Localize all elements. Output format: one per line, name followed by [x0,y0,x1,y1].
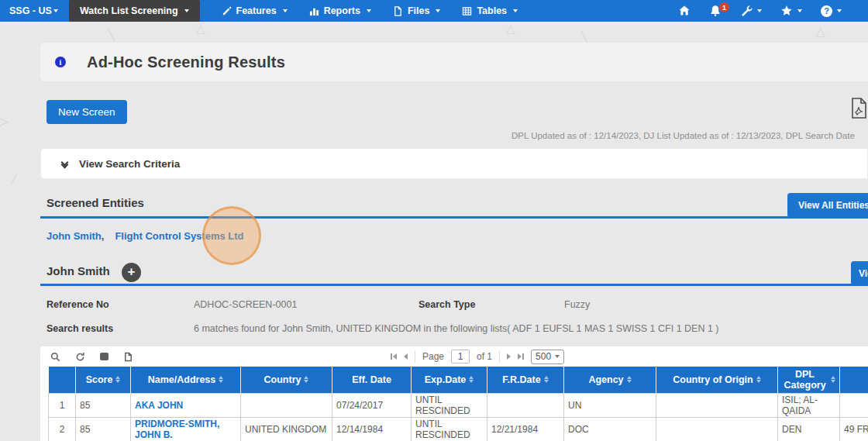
sort-icon [304,376,308,383]
col-score[interactable]: Score [76,367,131,393]
nav-item-watch-list-screening[interactable]: Watch List Screening [69,0,200,22]
page-size-value: 500 [536,351,551,362]
col-dpl-category[interactable]: DPL Category [778,367,840,393]
cell-country [241,393,332,417]
nav-item-tables[interactable]: Tables [451,0,529,22]
home-button[interactable] [678,5,691,17]
nav-item-label: Reports [324,5,360,16]
col-exp-date[interactable]: Exp.Date [412,367,487,393]
cell-fr-date: 12/21/1984 [487,417,564,441]
col-ci[interactable]: Ci [840,367,868,393]
page-of-label: of 1 [477,351,492,362]
nav-item-features[interactable]: Features [211,0,298,22]
grid-columns-button[interactable] [100,353,108,360]
results-grid-panel: Page of 1 500 Score [40,346,868,441]
tools-menu[interactable] [740,5,762,17]
pdf-export-button[interactable] [849,98,868,119]
table-row: 2 85 PRIDMORE-SMITH, JOHN B. UNITED KING… [49,417,868,441]
first-page-button[interactable] [391,353,397,360]
sort-icon [831,376,835,383]
title-band: i Ad-Hoc Screening Results [40,43,868,81]
cell-fr-date [487,393,564,417]
help-menu[interactable]: ? [821,5,842,17]
view-search-criteria-toggle[interactable]: View Search Criteria [40,148,868,179]
grid-search-button[interactable] [50,352,60,362]
page-number-input[interactable] [451,350,470,363]
watermark-shape [581,29,587,43]
page-title: Ad-Hoc Screening Results [87,53,285,71]
entity-links: John Smith, Flight Control Systems Ltd [46,230,244,242]
caret-down-icon [513,9,518,12]
caret-down-icon [555,355,560,358]
grid-export-button[interactable] [123,352,133,362]
pdf-icon [849,98,868,119]
cell-agency: UN [564,393,656,417]
app-screen: SSG - US Watch List Screening Features R… [0,0,868,441]
col-agency[interactable]: Agency [564,367,656,393]
notification-badge: 1 [719,2,729,12]
entity-link-flight-control-systems[interactable]: Flight Control Systems Ltd [115,230,243,242]
table-row: 1 85 AKA JOHN 07/24/2017 UNTIL RESCINDED… [49,393,868,417]
cell-ci: 49 FR [840,417,868,441]
watermark-shape [0,112,8,130]
brand-menu[interactable]: SSG - US [0,0,69,22]
cell-eff-date: 12/14/1984 [332,417,412,441]
navbar-right: 1 ? [678,0,868,22]
page-label: Page [422,351,444,362]
reference-no-value: ADHOC-SCREEN-0001 [194,299,297,310]
caret-down-icon [757,9,762,12]
watermark-shape [816,25,825,39]
nav-item-files[interactable]: Files [382,0,452,22]
favorites-menu[interactable] [780,5,802,17]
col-name-address[interactable]: Name/Address [131,367,241,393]
cell-eff-date: 07/24/2017 [332,393,412,417]
lists-updated-status: DPL Updated as of : 12/14/2023, DJ List … [512,131,855,140]
col-eff-date: Eff. Date [332,367,412,393]
prev-page-button[interactable] [404,353,408,360]
notifications-button[interactable]: 1 [709,5,722,17]
col-rownum [49,367,76,393]
col-fr-date[interactable]: F.R.Date [487,367,564,393]
search-results-label: Search results [46,323,113,334]
new-screen-button[interactable]: New Screen [46,100,127,124]
grid-refresh-button[interactable] [75,352,85,362]
view-details-button[interactable]: Vie [851,261,868,286]
sort-icon [219,376,223,383]
nav-item-label: Features [236,5,277,16]
cell-agency: DOC [564,417,656,441]
match-link[interactable]: AKA JOHN [135,400,183,411]
cell-name: AKA JOHN [131,393,241,417]
page-size-select[interactable]: 500 [531,350,564,364]
pencil-icon [222,6,232,16]
view-search-criteria-label: View Search Criteria [79,158,180,170]
cell-exp-date: UNTIL RESCINDED [412,417,487,441]
prev-page-icon [404,353,408,360]
sort-icon [627,376,632,383]
col-country-of-origin[interactable]: Country of Origin [656,367,778,393]
top-navbar: SSG - US Watch List Screening Features R… [0,0,868,22]
next-page-button[interactable] [507,353,511,360]
cell-country: UNITED KINGDOM [241,417,332,441]
cell-dpl-category: ISIL; AL-QAIDA [778,393,840,417]
cell-dpl-category: DEN [778,417,840,441]
nav-item-label: Watch List Screening [80,5,178,16]
nav-item-reports[interactable]: Reports [298,0,382,22]
view-all-entities-button[interactable]: View All Entities D [787,193,868,218]
info-icon[interactable]: i [55,57,66,67]
table-icon [462,6,472,16]
cell-score: 85 [76,417,131,441]
cell-rownum: 2 [49,417,76,441]
match-link[interactable]: PRIDMORE-SMITH, JOHN B. [135,419,219,440]
plus-icon: + [128,264,136,280]
grid-pager: Page of 1 500 [391,346,564,367]
brand-label: SSG - US [9,5,52,16]
caret-down-icon [797,9,802,12]
col-country[interactable]: Country [241,367,332,393]
entity-separator: , [102,230,105,242]
last-page-button[interactable] [518,353,524,360]
caret-down-icon [53,9,58,12]
entity-link-john-smith[interactable]: John Smith [46,230,102,242]
cell-rownum: 1 [49,393,76,417]
watermark-shape [11,172,16,186]
add-button[interactable]: + [122,263,141,282]
